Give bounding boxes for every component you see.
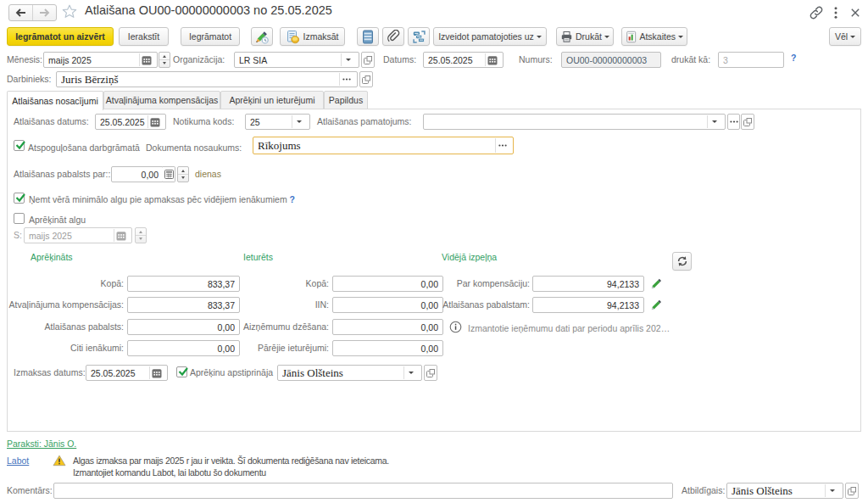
benefit-calculator-button[interactable]: [163, 166, 175, 182]
signatures-link[interactable]: Paraksti: Jānis O.: [7, 439, 76, 449]
workbook-label: Atspoguļošana darbgrāmatā: [28, 141, 140, 155]
organization-open-button[interactable]: [361, 52, 375, 68]
refresh-icon: [676, 255, 688, 267]
refresh-button[interactable]: [672, 252, 692, 271]
employee-field[interactable]: Juris Bērziņš: [56, 71, 358, 87]
income-data-info-button[interactable]: [449, 321, 462, 335]
employee-value: Juris Bērziņš: [61, 73, 339, 87]
month-label: Mēnesis:: [7, 53, 42, 67]
days-unit-label: dienas: [195, 167, 221, 182]
employee-open-button[interactable]: [359, 71, 373, 87]
iin-label: IIN:: [212, 298, 329, 312]
checkmark-icon: [177, 366, 189, 377]
s-period-field[interactable]: maijs 2025: [24, 227, 132, 243]
dismissal-reason-field[interactable]: [423, 114, 726, 130]
back-button[interactable]: [9, 5, 33, 20]
dropdown-caret-icon: [537, 36, 542, 38]
approved-dropdown-button[interactable]: [404, 366, 417, 380]
chevron-down-icon: [830, 489, 835, 492]
post-and-close-button[interactable]: Iegrāmatot un aizvērt: [7, 27, 114, 46]
event-code-dropdown-button[interactable]: [292, 115, 305, 129]
min-wage-checkbox[interactable]: [14, 193, 25, 204]
tab-aprekini-un-ieturejumi[interactable]: Aprēķini un ieturējumi: [220, 91, 324, 109]
organization-dropdown-button[interactable]: [342, 53, 354, 67]
reason-select-button[interactable]: [727, 114, 740, 130]
calc-salary-checkbox[interactable]: [14, 213, 25, 224]
number-field[interactable]: OU00-00000000003: [561, 52, 661, 68]
calendar-picker-button[interactable]: [150, 366, 163, 380]
doc-name-select-button[interactable]: [496, 137, 509, 154]
month-spinner[interactable]: [159, 52, 170, 68]
calc-approved-checkbox[interactable]: [176, 366, 187, 377]
comment-field[interactable]: [53, 483, 673, 499]
approved-open-button[interactable]: [424, 365, 437, 381]
help-link[interactable]: ?: [791, 53, 796, 63]
date-field[interactable]: 25.05.2025: [423, 52, 504, 68]
doc-name-label: Dokumenta nosaukums:: [146, 141, 242, 155]
spin-up-icon: [163, 55, 166, 58]
document-structure-button[interactable]: [408, 27, 430, 46]
responsible-dropdown-button[interactable]: [826, 483, 838, 498]
tab-papildus[interactable]: Papildus: [324, 91, 368, 109]
organization-field[interactable]: LR SIA: [234, 52, 359, 68]
vacation-compensation-label: Atvaļinājuma kompensācijas:: [7, 298, 124, 312]
edit-compensation-rate-button[interactable]: [649, 277, 663, 292]
reason-dropdown-button[interactable]: [708, 115, 721, 129]
create-based-on-button[interactable]: Izveidot pamatojoties uz: [433, 27, 547, 46]
income-data-info-text: Izmantotie ieņēmumu dati par periodu apr…: [468, 321, 670, 336]
withheld-total-label: Kopā:: [212, 277, 329, 291]
journal-button[interactable]: [357, 27, 379, 46]
min-wage-help-link[interactable]: ?: [290, 194, 295, 204]
window-menu-button[interactable]: [829, 5, 843, 20]
tab-atlaisanas-nosacijumi[interactable]: Atlaišanas nosacījumi: [7, 91, 103, 110]
edit-link[interactable]: Labot: [7, 455, 29, 466]
calendar-picker-button[interactable]: [114, 228, 127, 243]
month-field[interactable]: maijs 2025: [43, 52, 158, 68]
attachments-button[interactable]: [382, 27, 404, 46]
get-link-button[interactable]: [808, 5, 825, 20]
edit-benefit-rate-button[interactable]: [649, 299, 663, 313]
reason-open-button[interactable]: [741, 114, 754, 130]
loan-repayment-field[interactable]: 0,00: [332, 319, 443, 335]
benefit-rate-field[interactable]: 94,2133: [532, 297, 644, 313]
month-value: maijs 2025: [48, 55, 139, 65]
benefit-days-field[interactable]: 0,00: [111, 166, 164, 182]
open-in-window-icon: [361, 75, 371, 85]
reports-button[interactable]: Atskaites: [621, 27, 687, 46]
event-code-field[interactable]: 25: [245, 114, 310, 130]
set-posting-time-button[interactable]: [251, 27, 273, 46]
workbook-checkbox[interactable]: [14, 140, 25, 151]
spinner-divider: [136, 235, 146, 236]
calendar-picker-button[interactable]: [140, 53, 153, 67]
print-as-value: 3: [723, 55, 779, 65]
dismissal-date-field[interactable]: 25.05.2025: [95, 114, 166, 130]
forward-button[interactable]: [33, 5, 56, 20]
calc-approved-field[interactable]: Jānis Olšteins: [277, 365, 422, 381]
compensation-rate-field[interactable]: 94,2133: [532, 276, 644, 292]
doc-name-field[interactable]: Rīkojums: [253, 137, 514, 154]
print-as-field[interactable]: 3: [718, 52, 784, 68]
more-button[interactable]: Vēl: [829, 27, 861, 46]
calendar-picker-button[interactable]: [148, 115, 161, 129]
responsible-label: Atbildīgais:: [682, 483, 725, 498]
employee-select-button[interactable]: [340, 72, 353, 87]
pay-button[interactable]: Izmaksāt: [280, 27, 345, 46]
pay-date-field[interactable]: 25.05.2025: [86, 365, 168, 381]
tab-label: Aprēķini un ieturējumi: [230, 95, 315, 105]
responsible-open-button[interactable]: [845, 483, 859, 499]
close-window-button[interactable]: [848, 5, 863, 20]
comment-label: Komentārs:: [7, 483, 53, 498]
other-withholdings-field[interactable]: 0,00: [332, 340, 443, 356]
calendar-picker-button[interactable]: [486, 53, 498, 67]
arrow-right-icon: [38, 8, 51, 18]
tab-atvalinajuma-kompensacijas[interactable]: Atvaļinājuma kompensācijas: [103, 91, 220, 109]
responsible-field[interactable]: Jānis Olšteins: [726, 483, 843, 499]
post-button[interactable]: Iegrāmatot: [181, 27, 240, 46]
print-button[interactable]: Drukāt: [556, 27, 614, 46]
benefit-days-spinner[interactable]: [177, 166, 189, 182]
calculator-icon: [164, 170, 174, 179]
s-period-spinner[interactable]: [135, 227, 147, 243]
dropdown-caret-icon: [604, 36, 609, 38]
write-button[interactable]: Ierakstīt: [119, 27, 169, 46]
favorite-star-button[interactable]: [61, 3, 78, 19]
